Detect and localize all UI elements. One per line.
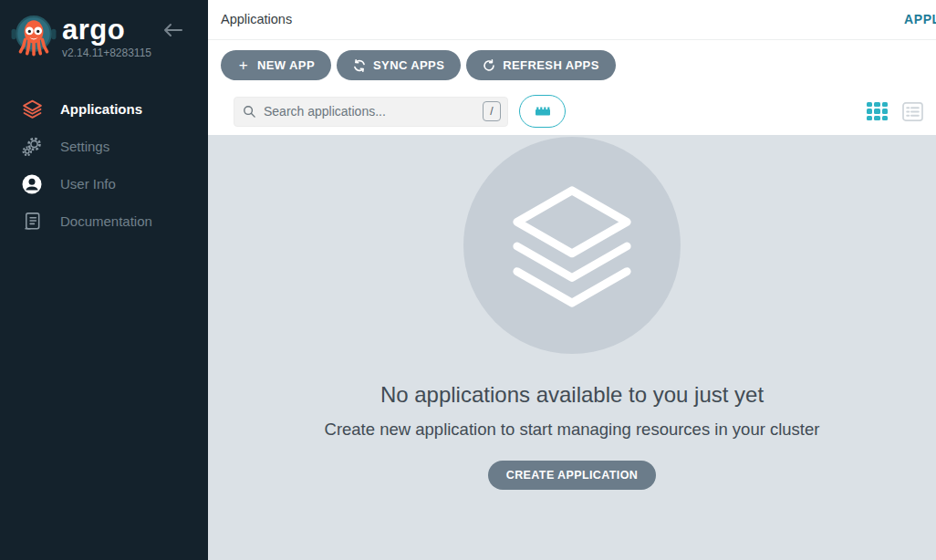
sidebar-item-user-info[interactable]: User Info xyxy=(0,165,208,202)
sync-icon xyxy=(353,59,366,72)
grid-view-icon[interactable] xyxy=(867,102,888,121)
refresh-icon xyxy=(483,59,495,72)
filter-icon xyxy=(534,106,552,117)
user-icon xyxy=(20,173,44,195)
sidebar-item-settings[interactable]: Settings xyxy=(0,128,208,165)
filter-toggle-button[interactable] xyxy=(519,95,566,128)
toolbar: + NEW APP SYNC APPS REFRESH APPS xyxy=(208,40,936,80)
sidebar-item-label: User Info xyxy=(60,176,116,192)
logo-row: argo v2.14.11+8283115 xyxy=(0,0,208,59)
main-content: Applications APPLICATIONS + NEW APP SYNC… xyxy=(208,0,936,560)
brand-name: argo xyxy=(62,15,151,46)
version-label: v2.14.11+8283115 xyxy=(62,47,151,59)
sidebar-item-label: Applications xyxy=(60,101,142,117)
sidebar-item-applications[interactable]: Applications xyxy=(0,90,208,128)
sidebar-item-documentation[interactable]: Documentation xyxy=(0,202,208,240)
sidebar-item-label: Documentation xyxy=(60,213,152,229)
search-icon xyxy=(243,105,256,119)
search-box: / xyxy=(234,97,508,127)
sidebar: argo v2.14.11+8283115 Applications xyxy=(0,0,208,560)
refresh-apps-button[interactable]: REFRESH APPS xyxy=(466,50,615,80)
sync-apps-button[interactable]: SYNC APPS xyxy=(337,50,461,80)
new-app-button[interactable]: + NEW APP xyxy=(221,50,331,80)
empty-state-circle xyxy=(463,137,681,354)
layers-icon xyxy=(20,99,44,120)
top-nav-applications-link[interactable]: APPLICATIONS xyxy=(904,12,936,26)
breadcrumb: Applications xyxy=(221,12,292,26)
view-toggles xyxy=(867,102,929,121)
search-row: / xyxy=(208,80,936,135)
search-input[interactable] xyxy=(264,104,483,119)
sidebar-nav: Applications Settings User xyxy=(0,90,208,240)
empty-state-title: No applications available to you just ye… xyxy=(380,382,764,408)
sidebar-item-label: Settings xyxy=(60,139,109,154)
layers-large-icon xyxy=(500,178,644,313)
collapse-sidebar-arrow-icon[interactable] xyxy=(162,22,182,38)
create-application-button[interactable]: CREATE APPLICATION xyxy=(488,461,656,490)
slash-shortcut-badge: / xyxy=(483,101,501,121)
gears-icon xyxy=(20,136,44,158)
list-view-icon[interactable] xyxy=(902,102,923,121)
empty-state-subtitle: Create new application to start managing… xyxy=(325,420,820,440)
top-bar: Applications APPLICATIONS xyxy=(208,0,936,40)
argo-octopus-logo xyxy=(11,13,57,58)
book-icon xyxy=(20,211,44,233)
empty-state: No applications available to you just ye… xyxy=(208,135,936,560)
plus-icon: + xyxy=(237,59,250,71)
